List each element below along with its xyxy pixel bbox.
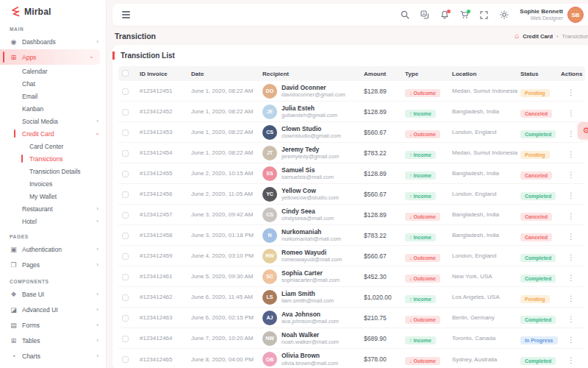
sidebar-item-label: Social Media [22, 118, 58, 125]
sidebar-item-label: Calendar [22, 68, 48, 75]
amount: $378.00 [364, 355, 405, 363]
row-checkbox[interactable] [122, 356, 129, 363]
status-badge: Pending [520, 151, 550, 159]
transaction-date: June 1, 2020, 08:22 AM [191, 129, 262, 135]
row-checkbox[interactable] [122, 315, 129, 322]
sidebar-item-label: Chat [22, 80, 35, 88]
sidebar-item-calendar[interactable]: Calendar [0, 65, 106, 77]
sidebar-item-hotel[interactable]: Hotel› [0, 215, 106, 227]
row-actions-menu[interactable]: ⋮ [567, 233, 575, 241]
row-actions-menu[interactable]: ⋮ [567, 356, 575, 364]
type-arrow-icon: ↓ [409, 276, 412, 281]
sidebar-item-kanban[interactable]: Kanban [0, 102, 106, 115]
avatar: YC [262, 187, 277, 202]
fullscreen-icon[interactable] [479, 10, 489, 20]
sidebar-item-social-media[interactable]: Social Media› [0, 115, 106, 127]
notifications-icon[interactable] [440, 10, 449, 20]
row-actions-menu[interactable]: ⋮ [567, 171, 575, 179]
row-checkbox[interactable] [122, 150, 129, 157]
row-actions-menu[interactable]: ⋮ [567, 130, 575, 138]
recipient-name: Liam Smith [282, 290, 334, 298]
row-actions-menu[interactable]: ⋮ [567, 88, 575, 96]
breadcrumb-separator: › [556, 33, 559, 40]
select-all-checkbox[interactable] [122, 70, 129, 77]
recipient-email: yellowcow@studio.com [282, 194, 339, 201]
sidebar-item-pages[interactable]: ❐Pages› [0, 257, 106, 272]
amount: $783.22 [364, 232, 405, 239]
theme-customizer-button[interactable]: ⚙ [578, 122, 588, 139]
brightness-icon[interactable] [499, 10, 509, 20]
breadcrumb-parent[interactable]: Credit Card [523, 33, 553, 40]
row-actions-menu[interactable]: ⋮ [567, 336, 575, 344]
row-checkbox[interactable] [122, 212, 129, 219]
transaction-date: June 5, 2020, 09:30 AM [191, 273, 262, 280]
sidebar-item-advanced-ui[interactable]: ◪Advanced UI› [0, 302, 106, 317]
search-icon[interactable] [400, 10, 409, 20]
sidebar-item-dashboards[interactable]: ◉Dashboards› [0, 34, 106, 49]
row-actions-menu[interactable]: ⋮ [567, 294, 575, 302]
recipient-name: Cindy Seea [282, 208, 334, 216]
avatar: OB [262, 352, 277, 367]
row-checkbox[interactable] [122, 191, 129, 198]
avatar: DO [262, 84, 277, 99]
sidebar-item-transictions[interactable]: Transictions [0, 152, 106, 165]
sidebar-item-base-ui[interactable]: ❖Base UI› [0, 286, 106, 302]
recipient-email: davidoconner@gmail.com [282, 91, 345, 98]
home-icon[interactable]: ⌂ [514, 32, 519, 40]
invoice-id: #123412453 [140, 129, 191, 135]
row-actions-menu[interactable]: ⋮ [567, 274, 575, 282]
transaction-date: June 4, 2020, 03:10 PM [191, 252, 262, 259]
row-checkbox[interactable] [122, 294, 129, 301]
sidebar-item-restaurant[interactable]: Restaurant› [0, 202, 106, 215]
transaction-date: June 7, 2020, 10:20 AM [191, 335, 262, 342]
row-checkbox[interactable] [122, 109, 129, 116]
recipient-email: sophiacarter@mail.com [282, 277, 340, 283]
avatar: SC [262, 269, 277, 284]
sidebar-item-card-center[interactable]: Card Center [0, 140, 106, 152]
recipient-email: noah.walker@mail.com [282, 339, 339, 345]
row-actions-menu[interactable]: ⋮ [567, 191, 575, 199]
chevron-right-icon: › [96, 291, 98, 297]
chevron-down-icon: › [89, 56, 95, 58]
sidebar-item-email[interactable]: Email [0, 90, 106, 102]
user-menu[interactable]: Sophie Bennett Web Designer SB [520, 7, 584, 23]
row-actions-menu[interactable]: ⋮ [567, 212, 575, 220]
chevron-right-icon: › [96, 219, 98, 224]
type-badge: ↓ Outcome [405, 89, 440, 97]
row-checkbox[interactable] [122, 88, 129, 95]
sidebar-item-forms[interactable]: ▤Forms› [0, 317, 106, 333]
invoice-id: #123412455 [140, 170, 191, 177]
status-badge: Canceled [520, 171, 552, 180]
row-actions-menu[interactable]: ⋮ [567, 253, 575, 261]
row-actions-menu[interactable]: ⋮ [567, 315, 575, 323]
sidebar-item-label: Authentication [22, 246, 62, 253]
sidebar-item-charts[interactable]: ◔Charts› [0, 348, 106, 364]
language-icon[interactable]: A [420, 10, 429, 20]
row-checkbox[interactable] [122, 233, 129, 239]
row-actions-menu[interactable]: ⋮ [567, 150, 575, 158]
sidebar-item-invoices[interactable]: Invoices [0, 177, 106, 190]
sidebar-item-my-wallet[interactable]: My Wallet [0, 190, 106, 202]
sidebar-item-authentication[interactable]: ▣Authentication› [0, 241, 106, 257]
sidebar-item-credit-card[interactable]: Credit Card› [0, 127, 106, 140]
row-checkbox[interactable] [122, 253, 129, 260]
sidebar-item-chat[interactable]: Chat [0, 77, 106, 90]
row-checkbox[interactable] [122, 171, 129, 177]
svg-text:A: A [422, 12, 425, 16]
menu-toggle-icon[interactable] [120, 9, 132, 20]
row-checkbox[interactable] [122, 336, 129, 342]
brand-logo[interactable]: Mirbal [0, 0, 106, 20]
type-badge: ↑ Income [405, 192, 436, 200]
location: Bangladesh, India [452, 232, 520, 238]
cart-icon[interactable] [459, 10, 469, 20]
row-actions-menu[interactable]: ⋮ [567, 109, 575, 117]
sidebar-item-apps[interactable]: ⊞Apps› [0, 49, 100, 65]
sidebar-item-transiction-details[interactable]: Transiction Details [0, 165, 106, 177]
charts-icon: ◔ [10, 353, 18, 360]
recipient-email: jeremytedy@gmail.com [282, 153, 339, 160]
breadcrumb-current: Transiction [562, 33, 588, 40]
recipient-name: Sophia Carter [282, 269, 340, 277]
sidebar-item-tables[interactable]: ⊞Tables› [0, 333, 106, 348]
row-checkbox[interactable] [122, 130, 129, 136]
row-checkbox[interactable] [122, 274, 129, 280]
